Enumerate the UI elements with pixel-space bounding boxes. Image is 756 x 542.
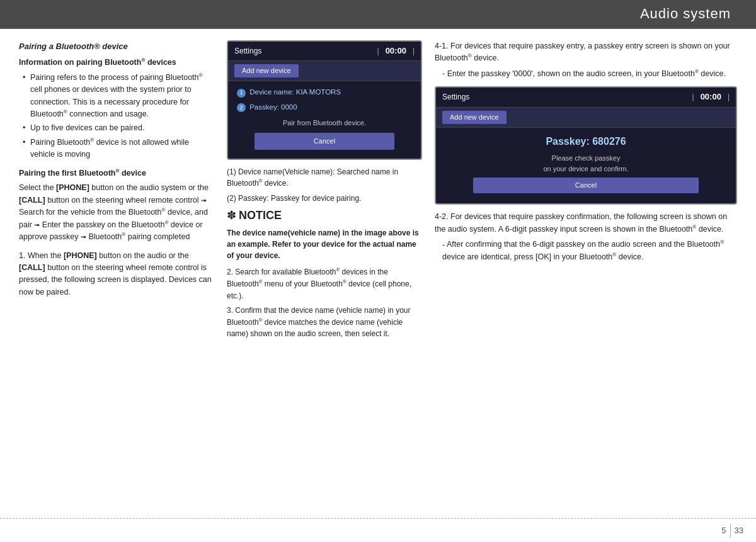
mid-point-numbered-3: 3. Confirm that the device name (vehicle… xyxy=(227,305,422,340)
header-bar: Audio system xyxy=(0,0,756,28)
right-point-4-2-dash: After confirming that the 6-digit passke… xyxy=(435,239,737,263)
mid-point-2: (2) Passkey: Passkey for device pairing. xyxy=(227,193,422,205)
mid-column: Settings | 00:00 | Add new device 1 Devi… xyxy=(227,40,422,512)
screen-mockup-2: Settings | 00:00 | Add new device Passke… xyxy=(435,86,737,205)
right-point-4-2: 4-2. For devices that require passkey co… xyxy=(435,211,737,263)
screen1-btn-row: Add new device xyxy=(228,61,421,81)
screen2-passkey-number: Passkey: 680276 xyxy=(445,134,727,150)
screen1-num2: 2 xyxy=(237,103,246,112)
screen1-header: Settings | 00:00 | xyxy=(228,42,421,61)
notice-body: The device name(vehicle name) in the ima… xyxy=(227,227,422,261)
screen2-cancel-btn[interactable]: Cancel xyxy=(473,178,699,193)
screen1-device-name: 1 Device name: KIA MOTORS xyxy=(237,86,412,99)
screen1-divider: | xyxy=(377,45,379,57)
screen1-divider2: | xyxy=(413,45,415,57)
screen1-cancel-btn[interactable]: Cancel xyxy=(255,133,394,150)
notice-star: ✽ xyxy=(227,207,236,225)
right-point-4-1-label: 4-1. For devices that require passkey en… xyxy=(435,40,737,65)
screen1-passkey-text: Passkey: 0000 xyxy=(249,103,297,111)
notice-title: NOTICE xyxy=(239,207,282,225)
pairing-first-title: Pairing the first Bluetooth® device xyxy=(19,167,214,180)
section-italic-title: Pairing a Bluetooth® device xyxy=(19,40,214,53)
right-point-4-1: 4-1. For devices that require passkey en… xyxy=(435,40,737,80)
info-title: Information on pairing Bluetooth® device… xyxy=(19,57,214,69)
screen1-body: 1 Device name: KIA MOTORS 2 Passkey: 000… xyxy=(228,81,421,158)
screen1-num1: 1 xyxy=(237,89,246,98)
screen2-please-check: Please check passkey on your device and … xyxy=(445,153,727,174)
screen2-btn-row: Add new device xyxy=(436,108,736,128)
bullet-item-3: Pairing Bluetooth® device is not allowed… xyxy=(23,137,214,161)
footer-page-left: 5 xyxy=(721,526,726,535)
notice-block: ✽ NOTICE The device name(vehicle name) i… xyxy=(227,207,422,261)
main-content: Pairing a Bluetooth® device Information … xyxy=(0,29,756,518)
screen1-device-name-text: Device name: KIA MOTORS xyxy=(249,88,341,96)
screen2-divider2: | xyxy=(728,91,730,103)
screen1-settings-label: Settings xyxy=(234,45,371,57)
screen1-pair-text: Pair from Bluetooth device. xyxy=(237,117,412,129)
footer-bar: 5 33 xyxy=(0,518,756,542)
screen1-time: 00:00 xyxy=(386,45,406,57)
screen2-on-device-text: on your device and confirm. xyxy=(543,165,628,172)
left-column: Pairing a Bluetooth® device Information … xyxy=(19,40,214,512)
mid-point-1: (1) Device name(Vehicle name): Searched … xyxy=(227,166,422,189)
bullet-list: Pairing refers to the process of pairing… xyxy=(19,72,214,161)
pairing-first-body: Select the [PHONE] button on the audio s… xyxy=(19,182,214,243)
right-point-4-2-label: 4-2. For devices that require passkey co… xyxy=(435,211,737,235)
screen2-please-check-text: Please check passkey xyxy=(552,154,621,162)
numbered-item-1: 1. When the [PHONE] button on the audio … xyxy=(19,250,214,299)
bullet-item-2: Up to five devices can be paired. xyxy=(23,122,214,134)
bullet-item-1: Pairing refers to the process of pairing… xyxy=(23,72,214,121)
page-title: Audio system xyxy=(640,6,731,22)
footer-page-right: 33 xyxy=(735,526,743,535)
screen1-add-device-btn[interactable]: Add new device xyxy=(234,64,299,77)
right-column: 4-1. For devices that require passkey en… xyxy=(435,40,737,512)
screen2-time: 00:00 xyxy=(701,91,721,103)
screen2-header: Settings | 00:00 | xyxy=(436,88,736,107)
screen2-settings-label: Settings xyxy=(442,91,686,103)
screen1-passkey: 2 Passkey: 0000 xyxy=(237,101,412,114)
right-point-4-1-dash: Enter the passkey '0000', shown on the a… xyxy=(435,68,737,81)
footer-divider xyxy=(730,524,731,538)
mid-point-numbered-2: 2. Search for available Bluetooth® devic… xyxy=(227,266,422,302)
screen2-add-device-btn[interactable]: Add new device xyxy=(442,111,507,124)
screen2-body: Passkey: 680276 Please check passkey on … xyxy=(436,128,736,204)
screen-mockup-1: Settings | 00:00 | Add new device 1 Devi… xyxy=(227,40,422,160)
screen2-divider: | xyxy=(692,91,694,103)
